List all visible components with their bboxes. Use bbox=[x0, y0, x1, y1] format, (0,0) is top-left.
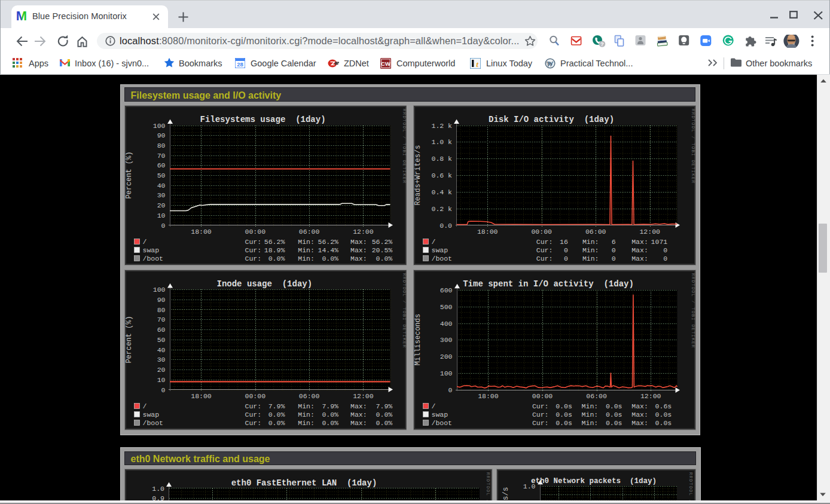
svg-text:12:00: 12:00 bbox=[639, 227, 660, 235]
svg-text:18.9%: 18.9% bbox=[264, 246, 285, 254]
svg-text:70: 70 bbox=[157, 316, 165, 323]
svg-text:6: 6 bbox=[611, 238, 615, 246]
svg-text:06:00: 06:00 bbox=[298, 227, 319, 235]
svg-text:Max:: Max: bbox=[350, 238, 367, 246]
svg-text:0.0s: 0.0s bbox=[556, 419, 572, 427]
svg-text:eth0 FastEthernet LAN (1day): eth0 FastEthernet LAN (1day) bbox=[231, 478, 377, 488]
svg-text:Reads+Writes/s: Reads+Writes/s bbox=[414, 145, 422, 205]
svg-text:?: ? bbox=[600, 41, 604, 47]
svg-text:Max:: Max: bbox=[350, 419, 367, 427]
svg-text:/: / bbox=[142, 238, 147, 246]
svg-text:eth0 Network packets (1day): eth0 Network packets (1day) bbox=[531, 477, 657, 485]
svg-text:0: 0 bbox=[663, 246, 667, 254]
svg-text:Min:: Min: bbox=[581, 402, 598, 410]
svg-text:0.0s: 0.0s bbox=[655, 419, 672, 427]
svg-text:CW: CW bbox=[381, 60, 390, 67]
svg-text:18:00: 18:00 bbox=[477, 227, 498, 235]
svg-text:200: 200 bbox=[440, 353, 452, 361]
svg-text:0.8 k: 0.8 k bbox=[431, 155, 452, 163]
svg-text:300: 300 bbox=[440, 336, 452, 344]
svg-text:1.0: 1.0 bbox=[152, 484, 164, 492]
svg-text:0.0%: 0.0% bbox=[268, 255, 285, 262]
svg-text:Min:: Min: bbox=[298, 402, 315, 410]
svg-text:RRDTOOL / TOBI OETIKER: RRDTOOL / TOBI OETIKER bbox=[486, 472, 490, 504]
svg-text:Percent (%): Percent (%) bbox=[125, 151, 133, 198]
svg-text:0.0s: 0.0s bbox=[556, 402, 572, 410]
svg-text:swap: swap bbox=[142, 411, 159, 419]
svg-text:M: M bbox=[16, 9, 27, 23]
svg-text:00:00: 00:00 bbox=[245, 392, 266, 400]
svg-text:00:00: 00:00 bbox=[245, 227, 266, 235]
svg-text:/: / bbox=[431, 402, 435, 410]
svg-text:/boot: /boot bbox=[142, 255, 163, 262]
svg-text:30: 30 bbox=[157, 356, 165, 364]
svg-text:Max:: Max: bbox=[350, 255, 367, 262]
svg-text:Min:: Min: bbox=[298, 419, 315, 427]
svg-text:Max:: Max: bbox=[350, 411, 367, 419]
svg-text:7.9%: 7.9% bbox=[322, 402, 338, 410]
svg-text:100: 100 bbox=[440, 369, 452, 377]
svg-text:16: 16 bbox=[560, 238, 568, 246]
svg-text:0: 0 bbox=[563, 246, 567, 254]
svg-text:/: / bbox=[431, 238, 435, 246]
svg-text:Max:: Max: bbox=[631, 402, 648, 410]
svg-text:0.0%: 0.0% bbox=[268, 419, 285, 427]
svg-text:50: 50 bbox=[157, 172, 165, 179]
svg-text:7.9%: 7.9% bbox=[268, 402, 285, 410]
svg-text:06:00: 06:00 bbox=[298, 392, 319, 400]
svg-text:0.0s: 0.0s bbox=[556, 411, 572, 419]
svg-text:0: 0 bbox=[611, 246, 615, 254]
svg-text:Max:: Max: bbox=[350, 402, 367, 410]
svg-text:Cur:: Cur: bbox=[245, 255, 261, 262]
svg-text:Cur:: Cur: bbox=[245, 402, 261, 410]
svg-text:60: 60 bbox=[157, 161, 165, 169]
svg-text:1071: 1071 bbox=[651, 238, 667, 246]
svg-text:20: 20 bbox=[157, 201, 165, 209]
svg-text:W: W bbox=[547, 59, 554, 66]
svg-text:Max:: Max: bbox=[631, 419, 648, 427]
svg-text:400: 400 bbox=[440, 320, 452, 328]
svg-text:Cur:: Cur: bbox=[245, 238, 261, 246]
svg-text:0.0%: 0.0% bbox=[322, 419, 338, 427]
svg-text:0.0%: 0.0% bbox=[376, 255, 392, 262]
svg-text:70: 70 bbox=[157, 151, 165, 159]
svg-text:100: 100 bbox=[152, 286, 165, 294]
svg-text:60: 60 bbox=[157, 326, 165, 334]
svg-text:0: 0 bbox=[448, 386, 452, 394]
svg-text:/boot: /boot bbox=[142, 419, 163, 427]
svg-text:Min:: Min: bbox=[298, 246, 315, 254]
svg-text:0.0%: 0.0% bbox=[322, 411, 338, 419]
svg-text:1.0: 1.0 bbox=[523, 482, 535, 490]
svg-text:80: 80 bbox=[157, 306, 165, 314]
svg-text:00:00: 00:00 bbox=[532, 392, 553, 400]
svg-text:Min:: Min: bbox=[582, 238, 599, 246]
svg-text:40: 40 bbox=[157, 346, 165, 354]
svg-text:0.0%: 0.0% bbox=[376, 411, 392, 419]
svg-text:0.0: 0.0 bbox=[440, 221, 452, 229]
svg-text:56.2%: 56.2% bbox=[318, 238, 338, 246]
svg-text:Max:: Max: bbox=[631, 255, 648, 262]
svg-text:RRDTOOL / TOBI OETIKER: RRDTOOL / TOBI OETIKER bbox=[402, 109, 407, 184]
svg-text:0.0%: 0.0% bbox=[322, 255, 338, 262]
svg-text:56.2%: 56.2% bbox=[264, 238, 285, 246]
svg-text:14.4%: 14.4% bbox=[318, 246, 338, 254]
svg-text:Percent (%): Percent (%) bbox=[125, 316, 133, 363]
svg-text:Max:: Max: bbox=[350, 246, 367, 254]
svg-text:Cur:: Cur: bbox=[536, 246, 553, 254]
svg-text:0.4 k: 0.4 k bbox=[431, 188, 452, 196]
svg-text:12:00: 12:00 bbox=[353, 392, 374, 400]
svg-text:0.6 k: 0.6 k bbox=[431, 172, 452, 179]
svg-text:Cur:: Cur: bbox=[245, 419, 261, 427]
svg-text:0: 0 bbox=[611, 255, 615, 262]
svg-text:10: 10 bbox=[157, 211, 165, 219]
svg-text:Min:: Min: bbox=[582, 246, 599, 254]
svg-text:Cur:: Cur: bbox=[532, 402, 548, 410]
svg-text:Min:: Min: bbox=[582, 255, 599, 262]
svg-text:7.9%: 7.9% bbox=[376, 402, 392, 410]
svg-text:30: 30 bbox=[157, 191, 165, 199]
svg-text:0.0s: 0.0s bbox=[605, 402, 622, 410]
svg-text:swap: swap bbox=[431, 246, 448, 254]
svg-text:0: 0 bbox=[161, 221, 165, 229]
svg-text:0.0s: 0.0s bbox=[605, 411, 622, 419]
svg-text:0.2 k: 0.2 k bbox=[431, 204, 452, 212]
